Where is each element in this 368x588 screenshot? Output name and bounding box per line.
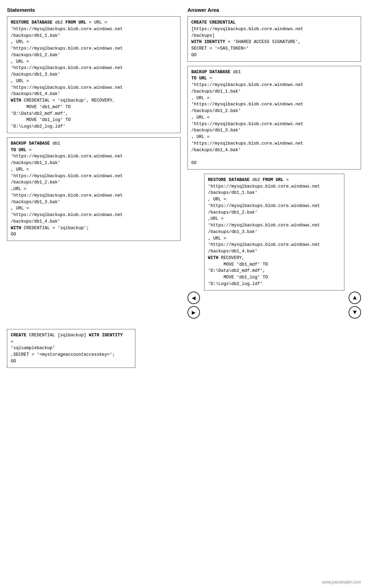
answer-box-3: RESTORE DATABASE db2 FROM URL = 'https:/… xyxy=(204,174,344,291)
move-down-button[interactable]: ▼ xyxy=(349,306,361,319)
answer-area-layout: CREATE CREDENTIAL [https://mysqlbackups.… xyxy=(187,16,361,319)
answer-area-column: Answer Area CREATE CREDENTIAL [https://m… xyxy=(187,7,361,319)
move-right-button[interactable]: ▶ xyxy=(187,306,200,319)
statements-title: Statements xyxy=(7,7,181,13)
watermark: www.passleader.com xyxy=(322,580,361,585)
move-left-button[interactable]: ◀ xyxy=(187,292,200,304)
statement-box-2: BACKUP DATABASE db1 TO URL = 'https://my… xyxy=(7,137,181,241)
statement-box-1: RESTORE DATABASE db2 FROM URL = URL = 'h… xyxy=(7,16,181,133)
answer-box-1: CREATE CREDENTIAL [https://mysqlbackups.… xyxy=(187,16,361,62)
bottom-code-box: CREATE CREDENTIAL [sqlbackup] WITH IDENT… xyxy=(7,329,135,368)
bottom-statement-box: CREATE CREDENTIAL [sqlbackup] WITH IDENT… xyxy=(7,329,135,368)
answer-area-title: Answer Area xyxy=(187,7,361,13)
statements-column: Statements RESTORE DATABASE db2 FROM URL… xyxy=(7,7,181,245)
answer-boxes-container: CREATE CREDENTIAL [https://mysqlbackups.… xyxy=(187,16,361,319)
move-up-button[interactable]: ▲ xyxy=(349,292,361,304)
answer-box-2: BACKUP DATABASE db1 TO URL = 'https://my… xyxy=(187,66,361,170)
